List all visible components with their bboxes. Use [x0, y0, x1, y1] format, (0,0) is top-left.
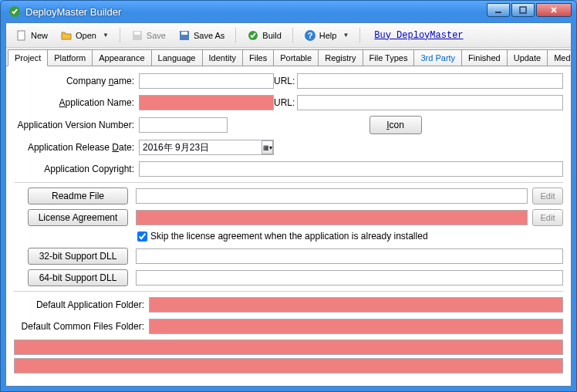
release-date-label: Application Release Date:: [14, 142, 139, 153]
toolbar: New Open ▼ Save Save As Build: [6, 23, 571, 48]
build-label: Build: [262, 31, 281, 40]
minimize-button[interactable]: [487, 3, 510, 17]
default-app-folder-input[interactable]: [149, 297, 563, 313]
tab-project[interactable]: Project: [8, 49, 48, 66]
client-area: New Open ▼ Save Save As Build: [5, 22, 572, 387]
tab-identity[interactable]: Identity: [202, 49, 243, 66]
tab-registry[interactable]: Registry: [318, 49, 363, 66]
svg-rect-2: [520, 7, 526, 13]
date-dropdown-icon[interactable]: ▦▾: [262, 140, 273, 154]
readme-file-button[interactable]: Readme File: [28, 188, 128, 204]
company-url-input[interactable]: [297, 73, 563, 89]
save-button: Save: [127, 27, 170, 44]
icon-button[interactable]: Icon: [369, 116, 422, 134]
release-date-input[interactable]: [140, 142, 262, 153]
new-icon: [15, 29, 28, 42]
tab-language[interactable]: Language: [151, 49, 203, 66]
tab-media[interactable]: Media: [547, 49, 572, 66]
titlebar[interactable]: DeployMaster Builder: [1, 1, 576, 22]
bottom-error-bars: [6, 340, 571, 373]
close-button[interactable]: [536, 3, 572, 17]
release-date-picker[interactable]: ▦▾: [139, 140, 274, 155]
application-name-label: Application Name:: [14, 97, 139, 108]
app-icon: [8, 5, 21, 18]
company-name-label: Company name:: [14, 76, 139, 86]
new-button[interactable]: New: [11, 27, 52, 44]
toolbar-separator: [359, 28, 360, 43]
help-label: Help: [319, 31, 337, 40]
open-icon: [60, 29, 73, 42]
version-input[interactable]: [139, 117, 228, 133]
svg-rect-1: [495, 12, 501, 13]
tab-platform[interactable]: Platform: [47, 49, 93, 66]
tab-file-types[interactable]: File Types: [363, 49, 415, 66]
open-dropdown-arrow[interactable]: ▼: [103, 32, 109, 39]
readme-file-input[interactable]: [136, 188, 528, 204]
divider: [14, 291, 563, 292]
error-bar: [14, 358, 563, 373]
new-label: New: [31, 31, 48, 40]
app-window: DeployMaster Builder New Open ▼ Save: [0, 0, 577, 392]
window-title: DeployMaster Builder: [25, 6, 487, 18]
support-32-input[interactable]: [136, 248, 563, 264]
divider: [14, 182, 563, 183]
build-icon: [247, 29, 259, 42]
error-bar: [14, 340, 563, 355]
toolbar-separator: [120, 28, 120, 43]
company-name-input[interactable]: [139, 73, 274, 89]
open-button[interactable]: Open ▼: [56, 27, 113, 44]
support-32-button[interactable]: 32-bit Support DLL: [28, 248, 128, 265]
open-label: Open: [76, 31, 96, 40]
application-url-label: URL:: [274, 97, 297, 108]
help-dropdown-arrow[interactable]: ▼: [342, 32, 349, 39]
tab-files[interactable]: Files: [242, 49, 274, 66]
application-url-input[interactable]: [297, 95, 563, 110]
default-common-folder-input[interactable]: [149, 319, 563, 334]
svg-text:?: ?: [307, 31, 312, 40]
save-as-icon: [178, 29, 191, 42]
svg-rect-3: [18, 31, 25, 40]
build-button[interactable]: Build: [242, 27, 285, 44]
save-as-button[interactable]: Save As: [174, 27, 229, 44]
save-icon: [131, 29, 143, 42]
tab-content-project: Company name: URL: Application Name: URL…: [6, 66, 571, 386]
save-label: Save: [147, 31, 166, 40]
tab-appearance[interactable]: Appearance: [92, 49, 151, 66]
copyright-label: Application Copyright:: [14, 164, 139, 174]
toolbar-separator: [292, 28, 293, 43]
copyright-input[interactable]: [139, 161, 563, 177]
svg-rect-5: [134, 32, 140, 35]
default-common-folder-label: Default Common Files Folder:: [14, 321, 149, 332]
tab-3rd-party[interactable]: 3rd Party: [413, 49, 462, 66]
company-url-label: URL:: [274, 76, 297, 86]
svg-rect-7: [181, 32, 187, 35]
buy-link[interactable]: Buy DeployMaster: [374, 30, 463, 41]
version-label: Application Version Number:: [14, 120, 139, 130]
skip-license-label[interactable]: Skip the license agreement when the appl…: [150, 231, 428, 242]
maximize-button[interactable]: [511, 3, 535, 17]
readme-edit-button[interactable]: Edit: [532, 188, 563, 204]
license-agreement-input[interactable]: [136, 210, 528, 225]
tab-strip: ProjectPlatformAppearanceLanguageIdentit…: [6, 48, 571, 66]
license-edit-button[interactable]: Edit: [532, 209, 563, 226]
support-64-input[interactable]: [136, 270, 563, 286]
window-controls: [487, 3, 572, 17]
default-app-folder-label: Default Application Folder:: [14, 299, 149, 310]
license-agreement-button[interactable]: License Agreement: [28, 209, 128, 226]
support-64-button[interactable]: 64-bit Support DLL: [28, 269, 128, 286]
skip-license-checkbox[interactable]: [137, 231, 147, 242]
tab-update[interactable]: Update: [507, 49, 548, 66]
toolbar-separator: [235, 28, 236, 43]
help-icon: ?: [304, 29, 316, 42]
application-name-input[interactable]: [139, 95, 274, 110]
tab-finished[interactable]: Finished: [461, 49, 508, 66]
help-button[interactable]: ? Help ▼: [299, 27, 354, 44]
save-as-label: Save As: [194, 31, 224, 40]
tab-portable[interactable]: Portable: [273, 49, 319, 66]
